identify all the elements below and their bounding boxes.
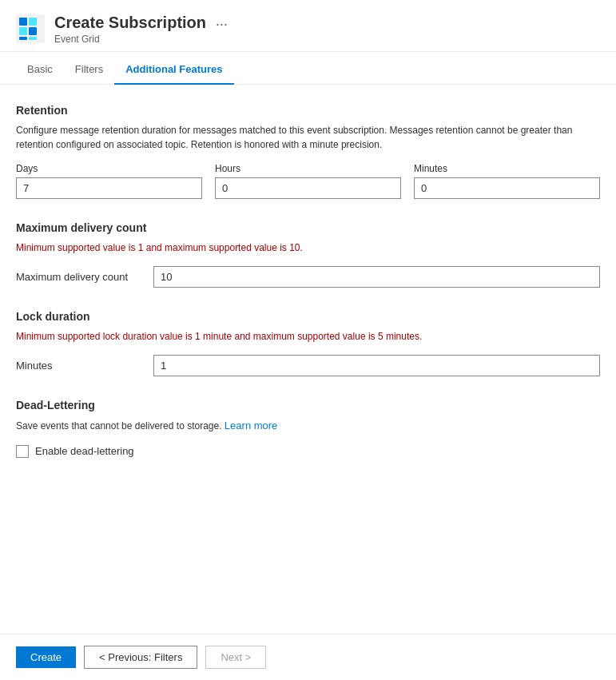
footer-actions: Create < Previous: Filters Next > <box>0 634 616 680</box>
lock-duration-field-row: Minutes <box>16 355 600 376</box>
minutes-label: Minutes <box>414 163 600 174</box>
days-field-group: Days <box>16 163 202 199</box>
max-delivery-title: Maximum delivery count <box>16 221 600 234</box>
max-delivery-input[interactable] <box>153 266 600 288</box>
app-icon <box>16 14 45 43</box>
max-delivery-field-label: Maximum delivery count <box>16 271 144 283</box>
tab-filters[interactable]: Filters <box>64 55 114 85</box>
minutes-field-group: Minutes <box>414 163 600 199</box>
retention-title: Retention <box>16 104 600 117</box>
enable-dead-lettering-label: Enable dead-lettering <box>35 445 134 457</box>
lock-duration-title: Lock duration <box>16 310 600 323</box>
enable-dead-lettering-checkbox[interactable] <box>16 445 29 458</box>
page-title: Create Subscription <box>54 13 206 32</box>
lock-duration-input[interactable] <box>153 355 600 376</box>
svg-rect-1 <box>19 18 27 26</box>
lock-duration-field-label: Minutes <box>16 360 144 372</box>
create-button[interactable]: Create <box>16 646 76 668</box>
dead-lettering-section: Dead-Lettering Save events that cannot b… <box>16 399 600 458</box>
svg-rect-5 <box>19 37 27 40</box>
dead-lettering-description: Save events that cannot be delivered to … <box>16 418 600 434</box>
svg-rect-3 <box>19 27 27 35</box>
tab-bar: Basic Filters Additional Features <box>0 55 616 85</box>
days-label: Days <box>16 163 202 174</box>
days-input[interactable] <box>16 177 202 199</box>
dead-lettering-checkbox-row: Enable dead-lettering <box>16 445 600 458</box>
header-text-group: Create Subscription Event Grid <box>54 13 206 45</box>
learn-more-link[interactable]: Learn more <box>225 420 277 431</box>
lock-duration-section: Lock duration Minimum supported lock dur… <box>16 310 600 376</box>
max-delivery-section: Maximum delivery count Minimum supported… <box>16 221 600 288</box>
main-content: Retention Configure message retention du… <box>0 85 616 499</box>
page-subtitle: Event Grid <box>54 34 206 45</box>
tab-basic[interactable]: Basic <box>16 55 64 85</box>
page-header: Create Subscription Event Grid ··· <box>0 0 616 52</box>
hours-input[interactable] <box>215 177 401 199</box>
minutes-input[interactable] <box>414 177 600 199</box>
previous-button[interactable]: < Previous: Filters <box>84 646 197 669</box>
more-options-icon[interactable]: ··· <box>216 16 228 33</box>
retention-section: Retention Configure message retention du… <box>16 104 600 199</box>
svg-rect-4 <box>29 27 37 35</box>
tab-additional-features[interactable]: Additional Features <box>114 55 233 85</box>
dead-lettering-title: Dead-Lettering <box>16 399 600 412</box>
next-button: Next > <box>205 646 266 669</box>
max-delivery-description: Minimum supported value is 1 and maximum… <box>16 241 600 255</box>
retention-description: Configure message retention duration for… <box>16 123 600 152</box>
svg-rect-2 <box>29 18 37 26</box>
svg-rect-6 <box>29 37 37 40</box>
hours-label: Hours <box>215 163 401 174</box>
retention-fields-row: Days Hours Minutes <box>16 163 600 199</box>
hours-field-group: Hours <box>215 163 401 199</box>
lock-duration-description: Minimum supported lock duration value is… <box>16 329 600 344</box>
max-delivery-field-row: Maximum delivery count <box>16 266 600 288</box>
